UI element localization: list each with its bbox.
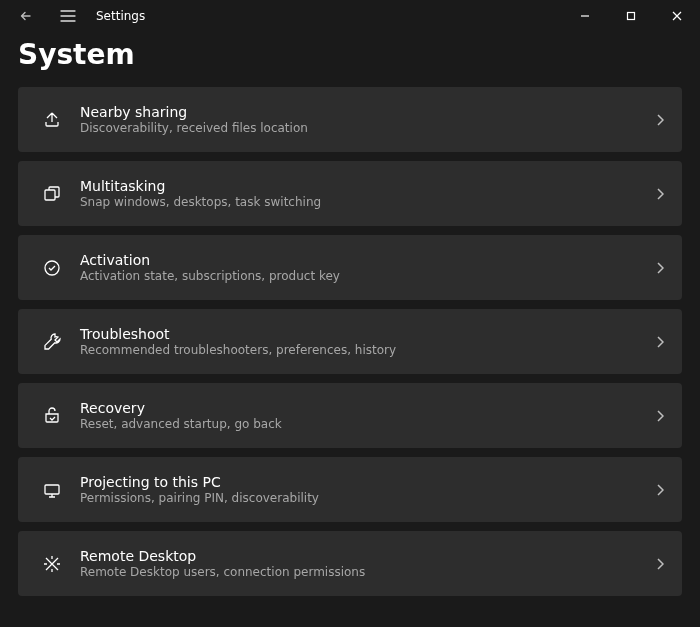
svg-rect-3 bbox=[45, 485, 59, 494]
maximize-button[interactable] bbox=[608, 0, 654, 32]
item-projecting[interactable]: Projecting to this PC Permissions, pairi… bbox=[18, 457, 682, 522]
minimize-icon bbox=[580, 11, 590, 21]
item-title: Troubleshoot bbox=[80, 326, 656, 342]
remote-desktop-icon bbox=[32, 554, 72, 574]
item-title: Nearby sharing bbox=[80, 104, 656, 120]
svg-point-2 bbox=[45, 261, 59, 275]
item-multitasking[interactable]: Multitasking Snap windows, desktops, tas… bbox=[18, 161, 682, 226]
item-text: Projecting to this PC Permissions, pairi… bbox=[80, 474, 656, 505]
item-subtitle: Discoverability, received files location bbox=[80, 121, 656, 135]
item-title: Multitasking bbox=[80, 178, 656, 194]
item-subtitle: Activation state, subscriptions, product… bbox=[80, 269, 656, 283]
item-title: Remote Desktop bbox=[80, 548, 656, 564]
item-subtitle: Recommended troubleshooters, preferences… bbox=[80, 343, 656, 357]
item-subtitle: Permissions, pairing PIN, discoverabilit… bbox=[80, 491, 656, 505]
minimize-button[interactable] bbox=[562, 0, 608, 32]
item-text: Recovery Reset, advanced startup, go bac… bbox=[80, 400, 656, 431]
back-button[interactable] bbox=[8, 0, 44, 32]
app-title: Settings bbox=[96, 9, 145, 23]
svg-rect-0 bbox=[628, 13, 635, 20]
item-activation[interactable]: Activation Activation state, subscriptio… bbox=[18, 235, 682, 300]
page-title: System bbox=[18, 38, 682, 71]
chevron-right-icon bbox=[656, 484, 664, 496]
multitask-icon bbox=[32, 184, 72, 204]
chevron-right-icon bbox=[656, 336, 664, 348]
chevron-right-icon bbox=[656, 262, 664, 274]
maximize-icon bbox=[626, 11, 636, 21]
item-title: Projecting to this PC bbox=[80, 474, 656, 490]
checkmark-shield-icon bbox=[32, 258, 72, 278]
share-icon bbox=[32, 110, 72, 130]
chevron-right-icon bbox=[656, 558, 664, 570]
item-troubleshoot[interactable]: Troubleshoot Recommended troubleshooters… bbox=[18, 309, 682, 374]
item-title: Activation bbox=[80, 252, 656, 268]
item-subtitle: Remote Desktop users, connection permiss… bbox=[80, 565, 656, 579]
titlebar-left: Settings bbox=[0, 0, 145, 32]
arrow-left-icon bbox=[19, 9, 33, 23]
chevron-right-icon bbox=[656, 410, 664, 422]
close-icon bbox=[672, 11, 682, 21]
wrench-icon bbox=[32, 332, 72, 352]
projecting-icon bbox=[32, 480, 72, 500]
item-recovery[interactable]: Recovery Reset, advanced startup, go bac… bbox=[18, 383, 682, 448]
svg-rect-1 bbox=[45, 190, 55, 200]
close-button[interactable] bbox=[654, 0, 700, 32]
item-title: Recovery bbox=[80, 400, 656, 416]
item-text: Remote Desktop Remote Desktop users, con… bbox=[80, 548, 656, 579]
chevron-right-icon bbox=[656, 114, 664, 126]
menu-button[interactable] bbox=[50, 0, 86, 32]
item-text: Troubleshoot Recommended troubleshooters… bbox=[80, 326, 656, 357]
item-text: Multitasking Snap windows, desktops, tas… bbox=[80, 178, 656, 209]
item-remote-desktop[interactable]: Remote Desktop Remote Desktop users, con… bbox=[18, 531, 682, 596]
titlebar: Settings bbox=[0, 0, 700, 32]
item-text: Activation Activation state, subscriptio… bbox=[80, 252, 656, 283]
window-controls bbox=[562, 0, 700, 32]
chevron-right-icon bbox=[656, 188, 664, 200]
recovery-icon bbox=[32, 406, 72, 426]
item-subtitle: Snap windows, desktops, task switching bbox=[80, 195, 656, 209]
item-nearby-sharing[interactable]: Nearby sharing Discoverability, received… bbox=[18, 87, 682, 152]
content-area: System Nearby sharing Discoverability, r… bbox=[0, 32, 700, 627]
hamburger-icon bbox=[60, 10, 76, 22]
item-text: Nearby sharing Discoverability, received… bbox=[80, 104, 656, 135]
item-subtitle: Reset, advanced startup, go back bbox=[80, 417, 656, 431]
